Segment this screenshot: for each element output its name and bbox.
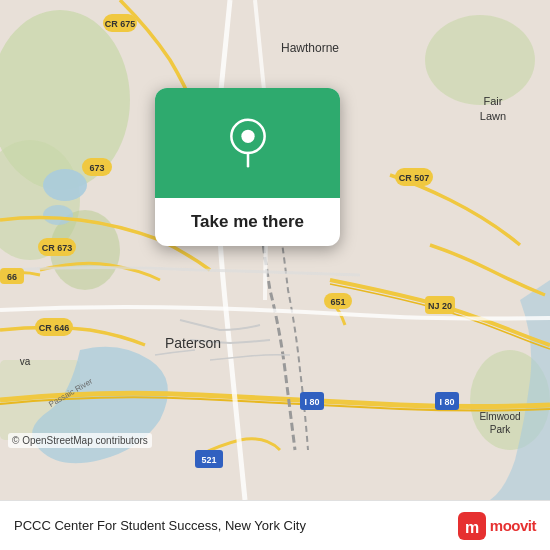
popup-header xyxy=(155,88,340,198)
location-pin-icon xyxy=(223,118,273,168)
svg-text:Paterson: Paterson xyxy=(165,335,221,351)
map-container: CR 675 673 CR 673 CR 646 66 CR 507 NJ 20… xyxy=(0,0,550,500)
place-name: PCCC Center For Student Success, New Yor… xyxy=(14,518,458,533)
svg-text:CR 646: CR 646 xyxy=(39,323,70,333)
map-background: CR 675 673 CR 673 CR 646 66 CR 507 NJ 20… xyxy=(0,0,550,500)
svg-point-40 xyxy=(241,130,254,143)
moovit-logo: m moovit xyxy=(458,512,536,540)
svg-text:Park: Park xyxy=(490,424,512,435)
svg-text:521: 521 xyxy=(201,455,216,465)
moovit-text: moovit xyxy=(490,517,536,534)
svg-text:I 80: I 80 xyxy=(304,397,319,407)
svg-point-4 xyxy=(425,15,535,105)
svg-text:m: m xyxy=(465,519,479,536)
svg-text:66: 66 xyxy=(7,272,17,282)
popup-footer: Take me there xyxy=(155,198,340,246)
svg-text:NJ 20: NJ 20 xyxy=(428,301,452,311)
svg-text:673: 673 xyxy=(89,163,104,173)
svg-text:va: va xyxy=(20,356,31,367)
svg-point-8 xyxy=(43,205,73,225)
svg-text:CR 507: CR 507 xyxy=(399,173,430,183)
bottom-bar: PCCC Center For Student Success, New Yor… xyxy=(0,500,550,550)
svg-text:I 80: I 80 xyxy=(439,397,454,407)
svg-text:Fair: Fair xyxy=(484,95,503,107)
moovit-icon: m xyxy=(458,512,486,540)
map-copyright: © OpenStreetMap contributors xyxy=(8,433,152,448)
svg-point-7 xyxy=(43,169,87,201)
popup: Take me there xyxy=(155,88,340,246)
svg-text:CR 675: CR 675 xyxy=(105,19,136,29)
svg-text:Elmwood: Elmwood xyxy=(479,411,520,422)
svg-text:Hawthorne: Hawthorne xyxy=(281,41,339,55)
take-me-there-button[interactable]: Take me there xyxy=(191,212,304,232)
svg-text:651: 651 xyxy=(330,297,345,307)
svg-text:Lawn: Lawn xyxy=(480,110,506,122)
svg-text:CR 673: CR 673 xyxy=(42,243,73,253)
